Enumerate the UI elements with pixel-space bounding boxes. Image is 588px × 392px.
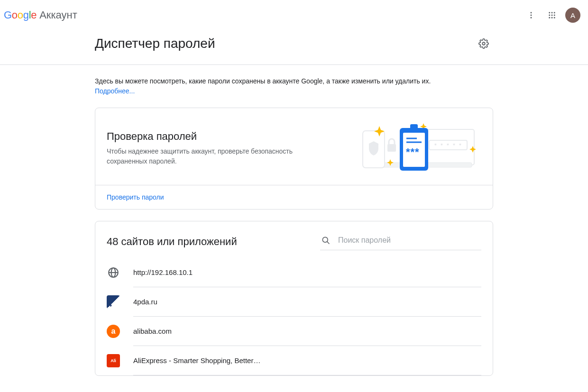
- svg-text:***: ***: [406, 146, 420, 158]
- page-title: Диспетчер паролей: [95, 36, 474, 51]
- more-vert-icon[interactable]: [522, 6, 541, 25]
- svg-point-27: [322, 237, 328, 242]
- svg-point-7: [551, 15, 553, 16]
- svg-point-10: [551, 17, 553, 18]
- svg-point-11: [554, 17, 555, 18]
- site-icon: [107, 266, 120, 279]
- svg-rect-20: [410, 124, 418, 131]
- sites-count-label: 48 сайтов или приложений: [107, 236, 312, 248]
- svg-point-9: [549, 17, 550, 18]
- svg-point-1: [531, 15, 532, 16]
- search-icon: [321, 236, 331, 245]
- checkup-illustration: ＊＊＊＊＊: [349, 118, 481, 179]
- svg-point-12: [482, 42, 485, 45]
- sites-card: 48 сайтов или приложений http://192.168.…: [95, 221, 493, 376]
- site-label: 4pda.ru: [133, 287, 481, 317]
- site-row[interactable]: 44pda.ru: [107, 287, 481, 317]
- svg-point-3: [549, 12, 550, 13]
- checkup-desc: Чтобы надежнее защитить аккаунт, проверь…: [107, 146, 306, 166]
- svg-text:＊＊＊＊＊: ＊＊＊＊＊: [433, 142, 464, 148]
- svg-point-8: [554, 15, 555, 16]
- intro-text: Здесь вы можете посмотреть, какие пароли…: [95, 76, 493, 96]
- password-checkup-card: Проверка паролей Чтобы надежнее защитить…: [95, 108, 493, 210]
- google-logo: Google: [4, 9, 37, 21]
- learn-more-link[interactable]: Подробнее...: [95, 87, 135, 95]
- site-row[interactable]: aalibaba.com: [107, 317, 481, 346]
- site-row[interactable]: http://192.168.10.1: [107, 258, 481, 287]
- checkup-title: Проверка паролей: [107, 130, 339, 143]
- site-label: http://192.168.10.1: [133, 258, 481, 287]
- svg-point-4: [551, 12, 553, 13]
- avatar-letter: А: [570, 11, 575, 19]
- site-label: alibaba.com: [133, 317, 481, 346]
- search-input[interactable]: [337, 236, 480, 245]
- svg-point-5: [554, 12, 555, 13]
- page-header-row: Диспетчер паролей: [95, 30, 493, 64]
- search-passwords[interactable]: [320, 235, 481, 250]
- svg-point-2: [531, 17, 532, 18]
- svg-point-0: [531, 12, 532, 13]
- site-icon: 4: [107, 295, 120, 309]
- site-icon: Ali: [107, 354, 120, 367]
- product-name: Аккаунт: [39, 9, 77, 21]
- site-row[interactable]: AliAliExpress - Smarter Shopping, Better…: [107, 346, 481, 375]
- google-account-logo[interactable]: Google Аккаунт: [4, 9, 77, 21]
- check-passwords-link[interactable]: Проверить пароли: [107, 193, 164, 201]
- settings-gear-icon[interactable]: [474, 34, 493, 53]
- site-label: AliExpress - Smarter Shopping, Better…: [133, 346, 481, 375]
- svg-line-28: [327, 242, 330, 244]
- apps-grid-icon[interactable]: [542, 6, 561, 25]
- svg-point-6: [549, 15, 550, 16]
- site-icon: a: [107, 325, 120, 338]
- account-avatar[interactable]: А: [565, 8, 580, 23]
- svg-rect-18: [387, 144, 396, 152]
- app-header: Google Аккаунт А: [0, 0, 588, 30]
